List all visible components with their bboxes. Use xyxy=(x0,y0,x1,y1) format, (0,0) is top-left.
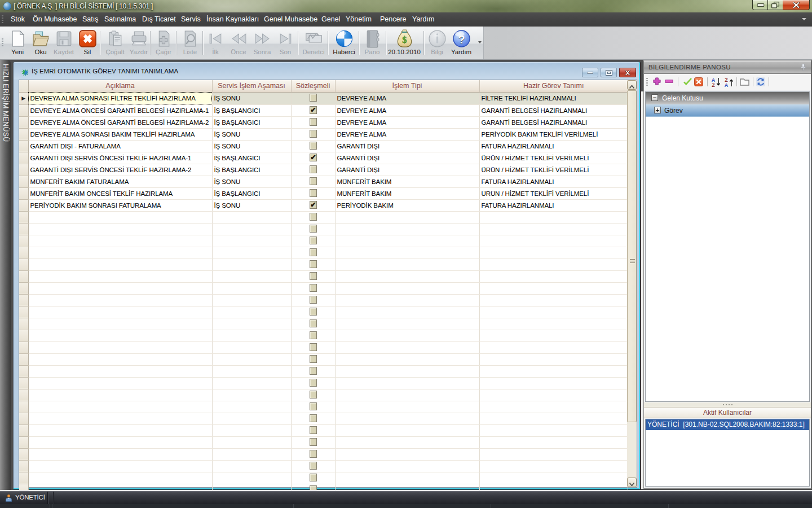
svg-text:Z: Z xyxy=(712,82,715,87)
svg-text:?: ? xyxy=(458,33,465,46)
svg-text:$: $ xyxy=(402,34,407,45)
svg-text:A: A xyxy=(725,82,729,87)
